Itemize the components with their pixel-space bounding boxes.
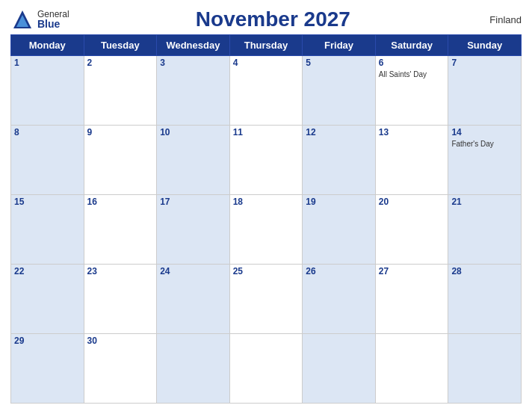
weekday-header-wednesday: Wednesday	[157, 35, 230, 56]
calendar-cell: 4	[229, 56, 303, 126]
calendar-cell: 24	[157, 265, 230, 334]
calendar-week-row: 15161718192021	[11, 195, 522, 265]
day-number: 4	[233, 58, 300, 68]
day-number: 11	[233, 127, 300, 137]
weekday-header-thursday: Thursday	[229, 35, 303, 56]
calendar-cell: 19	[303, 195, 376, 265]
day-number: 14	[451, 127, 518, 137]
calendar-page: General Blue November 2027 Finland Monda…	[0, 0, 532, 411]
day-number: 7	[451, 58, 518, 68]
calendar-cell	[448, 334, 522, 404]
day-number: 5	[306, 58, 372, 68]
day-number: 3	[160, 58, 226, 68]
day-number: 22	[14, 266, 81, 276]
day-number: 12	[306, 127, 372, 137]
day-number: 16	[87, 197, 154, 207]
calendar-cell: 1	[11, 56, 84, 126]
calendar-cell	[229, 334, 303, 404]
logo-area: General Blue	[10, 7, 69, 31]
day-number: 27	[379, 266, 445, 276]
day-number: 10	[160, 127, 226, 137]
weekday-header-row: MondayTuesdayWednesdayThursdayFridaySatu…	[11, 35, 522, 56]
calendar-cell: 20	[375, 195, 448, 265]
calendar-cell	[157, 334, 230, 404]
calendar-cell	[375, 334, 448, 404]
day-number: 28	[451, 266, 518, 276]
day-number: 1	[14, 58, 81, 68]
day-number: 29	[14, 336, 81, 346]
day-number: 17	[160, 197, 226, 207]
calendar-week-row: 123456All Saints' Day7	[11, 56, 522, 126]
logo-blue-label: Blue	[37, 19, 69, 29]
calendar-cell: 28	[448, 265, 522, 334]
weekday-header-tuesday: Tuesday	[84, 35, 157, 56]
weekday-header-friday: Friday	[303, 35, 376, 56]
calendar-cell: 21	[448, 195, 522, 265]
calendar-cell: 25	[229, 265, 303, 334]
calendar-cell	[303, 334, 376, 404]
day-event: All Saints' Day	[379, 69, 445, 79]
calendar-cell: 11	[229, 126, 303, 195]
calendar-cell: 6All Saints' Day	[375, 56, 448, 126]
calendar-cell: 15	[11, 195, 84, 265]
calendar-cell: 18	[229, 195, 303, 265]
weekday-header-saturday: Saturday	[375, 35, 448, 56]
calendar-week-row: 2930	[11, 334, 522, 404]
calendar-cell: 12	[303, 126, 376, 195]
day-number: 15	[14, 197, 81, 207]
calendar-cell: 8	[11, 126, 84, 195]
day-number: 20	[379, 197, 445, 207]
day-number: 8	[14, 127, 81, 137]
day-number: 13	[379, 127, 445, 137]
calendar-cell: 5	[303, 56, 376, 126]
calendar-cell: 30	[84, 334, 157, 404]
calendar-cell: 3	[157, 56, 230, 126]
calendar-week-row: 22232425262728	[11, 265, 522, 334]
calendar-cell: 9	[84, 126, 157, 195]
logo-icon	[10, 7, 34, 31]
calendar-cell: 10	[157, 126, 230, 195]
day-number: 6	[379, 58, 445, 68]
day-number: 23	[87, 266, 154, 276]
top-bar: General Blue November 2027 Finland	[10, 7, 522, 31]
day-number: 26	[306, 266, 372, 276]
calendar-week-row: 891011121314Father's Day	[11, 126, 522, 195]
calendar-cell: 7	[448, 56, 522, 126]
calendar-title: November 2027	[69, 7, 477, 31]
calendar-cell: 29	[11, 334, 84, 404]
day-number: 21	[451, 197, 518, 207]
day-number: 2	[87, 58, 154, 68]
weekday-header-sunday: Sunday	[448, 35, 522, 56]
day-number: 19	[306, 197, 372, 207]
day-number: 18	[233, 197, 300, 207]
calendar-cell: 22	[11, 265, 84, 334]
day-number: 30	[87, 336, 154, 346]
calendar-cell: 26	[303, 265, 376, 334]
calendar-cell: 27	[375, 265, 448, 334]
day-event: Father's Day	[451, 139, 518, 149]
calendar-cell: 23	[84, 265, 157, 334]
day-number: 9	[87, 127, 154, 137]
calendar-table: MondayTuesdayWednesdayThursdayFridaySatu…	[10, 34, 522, 404]
logo-text: General Blue	[37, 10, 69, 29]
calendar-cell: 2	[84, 56, 157, 126]
day-number: 24	[160, 266, 226, 276]
day-number: 25	[233, 266, 300, 276]
calendar-cell: 14Father's Day	[448, 126, 522, 195]
weekday-header-monday: Monday	[11, 35, 84, 56]
calendar-cell: 17	[157, 195, 230, 265]
calendar-cell: 13	[375, 126, 448, 195]
calendar-cell: 16	[84, 195, 157, 265]
country-label: Finland	[477, 14, 522, 25]
